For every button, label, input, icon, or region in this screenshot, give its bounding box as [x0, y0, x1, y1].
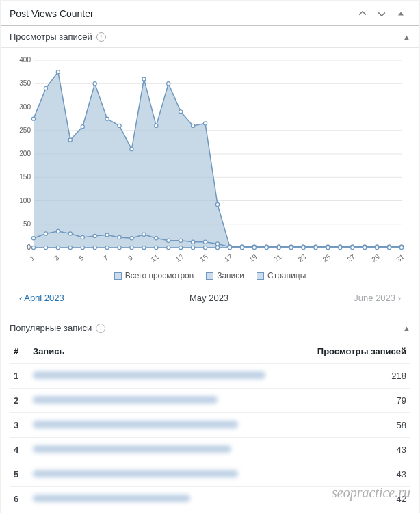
svg-point-109: [192, 246, 195, 249]
svg-text:3: 3: [53, 254, 60, 262]
svg-point-119: [314, 246, 317, 249]
svg-point-36: [56, 70, 60, 74]
prev-month-link[interactable]: ‹ April 2023: [19, 293, 64, 303]
row-post-title[interactable]: [29, 413, 300, 438]
views-section-header: Просмотры записей i ▲: [1, 26, 419, 48]
svg-text:400: 400: [19, 56, 31, 64]
svg-text:31: 31: [395, 252, 406, 263]
svg-point-122: [351, 246, 354, 249]
svg-point-110: [203, 246, 207, 249]
svg-point-123: [363, 246, 367, 249]
table-row: 279: [10, 389, 410, 413]
svg-point-47: [192, 124, 195, 127]
svg-point-41: [118, 124, 121, 127]
table-row: 642: [10, 487, 410, 512]
svg-point-34: [31, 117, 35, 120]
svg-point-97: [44, 246, 47, 249]
svg-point-113: [240, 246, 244, 249]
svg-text:1: 1: [29, 254, 36, 262]
svg-text:0: 0: [27, 244, 31, 251]
svg-text:21: 21: [272, 252, 283, 263]
svg-text:50: 50: [23, 220, 31, 228]
row-rank: 3: [10, 413, 29, 438]
row-rank: 5: [10, 462, 29, 487]
svg-text:23: 23: [297, 252, 308, 263]
row-views: 42: [300, 487, 410, 512]
svg-point-69: [81, 235, 84, 239]
move-up-button[interactable]: [353, 4, 372, 23]
row-post-title[interactable]: [29, 462, 300, 487]
table-row: 543: [10, 462, 410, 487]
row-rank: 2: [10, 389, 29, 413]
svg-text:29: 29: [370, 252, 381, 263]
svg-point-120: [326, 246, 330, 249]
svg-point-71: [105, 233, 109, 237]
svg-text:250: 250: [19, 127, 31, 134]
legend-label: Записи: [217, 271, 244, 280]
collapse-views-button[interactable]: ▲: [403, 33, 410, 41]
svg-text:17: 17: [223, 252, 234, 263]
svg-point-118: [302, 246, 305, 249]
move-down-button[interactable]: [372, 4, 391, 23]
svg-point-49: [215, 202, 219, 206]
svg-point-78: [192, 240, 195, 244]
svg-text:200: 200: [19, 150, 31, 157]
svg-point-115: [265, 246, 268, 249]
row-rank: 4: [10, 438, 29, 462]
svg-text:300: 300: [19, 103, 31, 111]
popular-section-header: Популярные записи i ▲: [1, 317, 419, 339]
row-post-title[interactable]: [29, 438, 300, 462]
svg-text:7: 7: [102, 254, 109, 262]
svg-point-103: [118, 246, 121, 249]
legend-item-pages[interactable]: Страницы: [257, 271, 306, 280]
svg-point-114: [252, 246, 256, 249]
row-views: 43: [300, 438, 410, 462]
svg-point-37: [68, 138, 72, 142]
row-views: 79: [300, 389, 410, 413]
row-post-title[interactable]: [29, 364, 300, 389]
svg-point-107: [167, 246, 170, 249]
legend-item-posts[interactable]: Записи: [206, 271, 244, 280]
svg-point-116: [277, 246, 280, 249]
views-chart: 0501001502002503003504001357911131517192…: [1, 48, 419, 317]
svg-point-117: [289, 246, 293, 249]
svg-point-35: [44, 87, 47, 90]
svg-point-126: [399, 246, 403, 249]
row-post-title[interactable]: [29, 389, 300, 413]
popular-section-title: Популярные записи: [10, 323, 92, 333]
row-rank: 6: [10, 487, 29, 512]
post-views-counter-widget: Post Views Counter Просмотры записей i ▲…: [1, 1, 419, 513]
current-month-label: May 2023: [189, 293, 228, 303]
info-icon[interactable]: i: [96, 324, 105, 333]
svg-point-105: [142, 246, 146, 249]
table-row: 443: [10, 438, 410, 462]
collapse-popular-button[interactable]: ▲: [403, 324, 410, 332]
svg-point-111: [215, 246, 219, 249]
svg-point-79: [203, 240, 207, 244]
svg-text:27: 27: [346, 252, 357, 263]
row-post-title[interactable]: [29, 487, 300, 512]
svg-point-44: [155, 124, 158, 127]
row-rank: 1: [10, 364, 29, 389]
svg-point-80: [215, 242, 219, 246]
svg-point-74: [142, 233, 146, 236]
month-navigation: ‹ April 2023 May 2023 June 2023 ›: [10, 287, 410, 313]
popular-posts-table-wrap: # Запись Просмотры записей 1218279358443…: [1, 339, 419, 513]
svg-point-75: [155, 237, 158, 240]
svg-text:350: 350: [19, 79, 31, 87]
svg-point-106: [155, 246, 158, 249]
svg-point-124: [376, 246, 379, 249]
next-month-link: June 2023 ›: [354, 293, 401, 303]
col-views: Просмотры записей: [300, 339, 410, 364]
widget-title: Post Views Counter: [10, 8, 353, 19]
chart-legend: Всего просмотров Записи Страницы: [10, 267, 410, 287]
legend-label: Всего просмотров: [125, 271, 194, 280]
legend-item-total[interactable]: Всего просмотров: [114, 271, 194, 280]
svg-text:15: 15: [198, 252, 209, 263]
col-post: Запись: [29, 339, 300, 364]
info-icon[interactable]: i: [96, 32, 106, 42]
toggle-panel-button[interactable]: [391, 4, 410, 23]
svg-point-77: [179, 239, 183, 242]
chevron-down-icon: [376, 8, 387, 19]
popular-posts-table: # Запись Просмотры записей 1218279358443…: [10, 339, 410, 511]
